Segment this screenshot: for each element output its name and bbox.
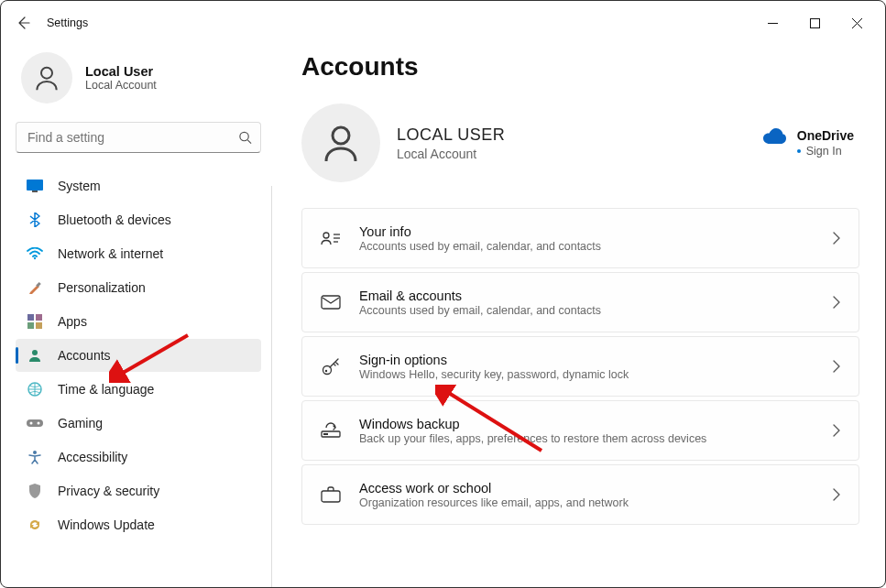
chevron-right-icon — [833, 488, 840, 501]
sidebar-item-label: Time & language — [58, 382, 154, 397]
sidebar-item-bluetooth[interactable]: Bluetooth & devices — [16, 203, 261, 236]
sidebar-divider — [271, 186, 272, 587]
svg-rect-6 — [32, 191, 38, 192]
svg-point-16 — [30, 422, 33, 425]
main-content: Accounts LOCAL USER Local Account OneDri… — [276, 45, 885, 588]
card-title: Your info — [359, 224, 601, 239]
svg-point-18 — [33, 451, 37, 454]
wifi-icon — [27, 245, 43, 262]
card-sign-in-options[interactable]: Sign-in options Windows Hello, security … — [301, 336, 859, 397]
sidebar-item-label: System — [58, 179, 101, 193]
user-account-type: Local Account — [85, 79, 157, 92]
chevron-right-icon — [833, 424, 840, 437]
sidebar-item-system[interactable]: System — [16, 169, 261, 202]
onedrive-title: OneDrive — [797, 128, 854, 143]
sidebar-item-gaming[interactable]: Gaming — [16, 407, 261, 440]
svg-rect-10 — [36, 314, 42, 321]
svg-point-13 — [32, 350, 38, 355]
search-input[interactable] — [16, 122, 261, 153]
chevron-right-icon — [833, 232, 840, 245]
user-avatar — [21, 52, 72, 103]
sidebar-item-label: Gaming — [58, 416, 103, 430]
sidebar-item-personalization[interactable]: Personalization — [16, 271, 261, 304]
backup-icon — [321, 420, 341, 441]
sidebar: Local User Local Account System Bluetoot… — [1, 45, 276, 588]
apps-icon — [27, 313, 43, 330]
maximize-icon — [810, 18, 820, 28]
key-icon — [321, 356, 341, 376]
person-icon — [27, 347, 43, 364]
card-desc: Accounts used by email, calendar, and co… — [359, 240, 601, 253]
maximize-button[interactable] — [793, 8, 836, 38]
sidebar-item-label: Personalization — [58, 280, 146, 295]
svg-point-7 — [34, 257, 36, 259]
svg-rect-12 — [36, 322, 42, 329]
person-card-icon — [321, 228, 341, 248]
svg-rect-11 — [27, 322, 34, 329]
card-your-info[interactable]: Your info Accounts used by email, calend… — [301, 208, 859, 268]
onedrive-status: Sign In — [797, 145, 854, 158]
onedrive-block[interactable]: OneDrive Sign In — [762, 128, 859, 158]
bluetooth-icon — [27, 212, 43, 228]
close-icon — [852, 18, 862, 28]
titlebar: Settings — [1, 1, 885, 45]
card-windows-backup[interactable]: Windows backup Back up your files, apps,… — [301, 400, 859, 461]
nav-list: System Bluetooth & devices Network & int… — [16, 169, 261, 541]
svg-rect-24 — [322, 296, 340, 309]
minimize-icon — [768, 18, 778, 28]
card-title: Windows backup — [359, 417, 706, 431]
paintbrush-icon — [27, 279, 43, 296]
account-user-type: Local Account — [397, 147, 505, 161]
svg-rect-15 — [27, 419, 43, 427]
svg-point-19 — [333, 127, 349, 144]
shield-icon — [27, 483, 43, 499]
card-title: Access work or school — [359, 481, 629, 495]
chevron-right-icon — [833, 296, 840, 309]
account-user-name: LOCAL USER — [397, 125, 505, 145]
card-desc: Back up your files, apps, preferences to… — [359, 432, 706, 445]
onedrive-icon — [762, 128, 786, 144]
svg-rect-5 — [27, 180, 43, 191]
mail-icon — [321, 292, 341, 312]
user-name: Local User — [85, 64, 157, 79]
update-icon — [27, 517, 43, 533]
sidebar-item-accessibility[interactable]: Accessibility — [16, 441, 261, 474]
back-arrow-icon — [16, 16, 30, 30]
display-icon — [27, 178, 43, 194]
chevron-right-icon — [833, 360, 840, 373]
card-title: Email & accounts — [359, 289, 601, 303]
sidebar-item-label: Windows Update — [58, 517, 155, 532]
briefcase-icon — [321, 485, 341, 505]
svg-point-2 — [41, 68, 52, 79]
sidebar-item-apps[interactable]: Apps — [16, 305, 261, 338]
window-title: Settings — [38, 16, 88, 29]
svg-rect-28 — [323, 433, 328, 435]
card-desc: Windows Hello, security key, password, d… — [359, 368, 629, 381]
sidebar-item-label: Bluetooth & devices — [58, 212, 171, 227]
svg-rect-9 — [27, 314, 34, 321]
minimize-button[interactable] — [751, 8, 793, 38]
card-desc: Accounts used by email, calendar, and co… — [359, 304, 601, 317]
svg-point-26 — [325, 370, 327, 372]
globe-clock-icon — [27, 381, 43, 397]
sidebar-item-label: Apps — [58, 314, 87, 329]
sidebar-item-network[interactable]: Network & internet — [16, 237, 261, 270]
sidebar-item-label: Accounts — [58, 348, 111, 363]
sidebar-item-privacy[interactable]: Privacy & security — [16, 474, 261, 507]
back-button[interactable] — [8, 8, 38, 38]
settings-cards: Your info Accounts used by email, calend… — [301, 208, 859, 525]
sidebar-item-label: Privacy & security — [58, 484, 159, 498]
sidebar-item-label: Network & internet — [58, 246, 163, 261]
svg-rect-1 — [810, 18, 819, 27]
card-title: Sign-in options — [359, 353, 629, 367]
sidebar-item-update[interactable]: Windows Update — [16, 508, 261, 541]
svg-rect-29 — [322, 491, 340, 502]
account-avatar — [301, 103, 380, 182]
user-block[interactable]: Local User Local Account — [16, 45, 261, 122]
sidebar-item-time-language[interactable]: Time & language — [16, 373, 261, 406]
sidebar-item-accounts[interactable]: Accounts — [16, 339, 261, 372]
close-button[interactable] — [836, 8, 878, 38]
page-title: Accounts — [301, 52, 859, 82]
card-access-work-school[interactable]: Access work or school Organization resou… — [301, 464, 859, 525]
card-email-accounts[interactable]: Email & accounts Accounts used by email,… — [301, 272, 859, 332]
